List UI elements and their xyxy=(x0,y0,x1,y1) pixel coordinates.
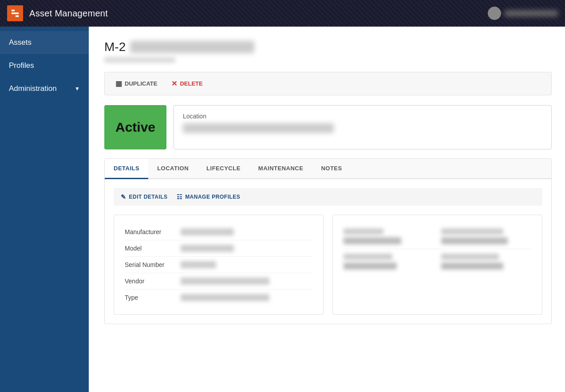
model-label: Model xyxy=(125,245,174,252)
status-badge: Active xyxy=(104,105,166,149)
right-item-1b xyxy=(441,228,532,244)
right-label-1b xyxy=(441,228,503,235)
main-layout: Assets Profiles Administration ▼ M-2 ▦ D… xyxy=(0,27,565,392)
main-content: M-2 ▦ DUPLICATE ✕ DELETE Active Location xyxy=(89,27,565,392)
vendor-label: Vendor xyxy=(125,278,174,285)
page-header: M-2 xyxy=(104,40,552,63)
sidebar-item-assets[interactable]: Assets xyxy=(0,31,89,54)
right-row-2 xyxy=(344,249,531,274)
action-toolbar: ▦ DUPLICATE ✕ DELETE xyxy=(104,72,552,95)
serial-value xyxy=(181,261,216,268)
app-header: Asset Management xyxy=(0,0,565,27)
sidebar-item-administration[interactable]: Administration ▼ xyxy=(0,77,89,100)
manufacturer-value xyxy=(181,228,234,235)
app-title: Asset Management xyxy=(29,8,108,19)
detail-row-manufacturer: Manufacturer xyxy=(125,224,312,240)
tab-notes[interactable]: NOTES xyxy=(312,159,351,179)
duplicate-icon: ▦ xyxy=(115,79,122,88)
delete-icon: ✕ xyxy=(171,79,177,88)
location-label: Location xyxy=(183,113,542,120)
detail-row-serial: Serial Number xyxy=(125,257,312,273)
right-label-1a xyxy=(344,228,383,235)
header-left: Asset Management xyxy=(7,5,108,21)
page-title: M-2 xyxy=(104,40,552,54)
detail-row-vendor: Vendor xyxy=(125,273,312,290)
detail-row-type: Type xyxy=(125,290,312,306)
svg-rect-1 xyxy=(12,12,19,14)
tab-details-content: ✎ EDIT DETAILS ☷ MANAGE PROFILES Manufac… xyxy=(104,179,552,324)
manufacturer-label: Manufacturer xyxy=(125,228,174,235)
asset-subtitle-blurred xyxy=(104,57,175,63)
tab-maintenance[interactable]: MAINTENANCE xyxy=(249,159,312,179)
type-value xyxy=(181,294,269,301)
right-item-1a xyxy=(344,228,434,244)
delete-button[interactable]: ✕ DELETE xyxy=(169,78,205,90)
details-grid: Manufacturer Model Serial Number Vendor xyxy=(114,215,542,315)
delete-label: DELETE xyxy=(180,80,202,87)
details-panel-right xyxy=(332,215,542,315)
duplicate-label: DUPLICATE xyxy=(125,80,157,87)
location-card: Location xyxy=(174,105,552,149)
sub-toolbar: ✎ EDIT DETAILS ☷ MANAGE PROFILES xyxy=(114,188,542,206)
right-value-1b xyxy=(441,237,508,244)
model-value xyxy=(181,245,234,252)
asset-id-prefix: M-2 xyxy=(104,40,126,54)
right-row-1 xyxy=(344,224,531,249)
details-panel-left: Manufacturer Model Serial Number Vendor xyxy=(114,215,324,315)
right-item-2b xyxy=(441,254,532,270)
sidebar: Assets Profiles Administration ▼ xyxy=(0,27,89,392)
type-label: Type xyxy=(125,294,174,301)
pencil-icon: ✎ xyxy=(121,193,126,200)
chevron-down-icon: ▼ xyxy=(75,86,80,92)
tab-location[interactable]: LOCATION xyxy=(148,159,198,179)
sidebar-item-profiles[interactable]: Profiles xyxy=(0,54,89,77)
svg-rect-2 xyxy=(16,16,19,17)
vendor-value xyxy=(181,278,269,285)
user-avatar xyxy=(488,7,501,20)
app-logo xyxy=(7,5,23,21)
asset-name-blurred xyxy=(130,41,254,53)
status-text: Active xyxy=(115,120,155,135)
tab-details[interactable]: DETAILS xyxy=(105,159,148,179)
right-value-1a xyxy=(344,237,401,244)
location-value-blurred xyxy=(183,123,334,133)
svg-rect-0 xyxy=(12,10,15,12)
edit-details-button[interactable]: ✎ EDIT DETAILS xyxy=(121,193,168,200)
status-location-row: Active Location xyxy=(104,105,552,149)
edit-details-label: EDIT DETAILS xyxy=(129,194,168,200)
right-label-2b xyxy=(441,254,499,260)
right-item-2a xyxy=(344,254,434,270)
tabs-bar: DETAILS LOCATION LIFECYCLE MAINTENANCE N… xyxy=(104,158,552,179)
manage-profiles-button[interactable]: ☷ MANAGE PROFILES xyxy=(177,193,241,200)
manage-profiles-label: MANAGE PROFILES xyxy=(185,194,240,200)
header-right xyxy=(488,7,558,20)
right-label-2a xyxy=(344,254,392,260)
list-icon: ☷ xyxy=(177,193,183,200)
user-name xyxy=(505,10,558,16)
sidebar-item-assets-label: Assets xyxy=(9,38,32,47)
right-value-2a xyxy=(344,263,397,270)
detail-row-model: Model xyxy=(125,240,312,257)
tab-lifecycle[interactable]: LIFECYCLE xyxy=(198,159,249,179)
sidebar-item-administration-label: Administration xyxy=(9,84,57,93)
duplicate-button[interactable]: ▦ DUPLICATE xyxy=(113,78,160,90)
sidebar-item-profiles-label: Profiles xyxy=(9,61,34,70)
right-value-2b xyxy=(441,263,503,270)
serial-label: Serial Number xyxy=(125,261,174,268)
